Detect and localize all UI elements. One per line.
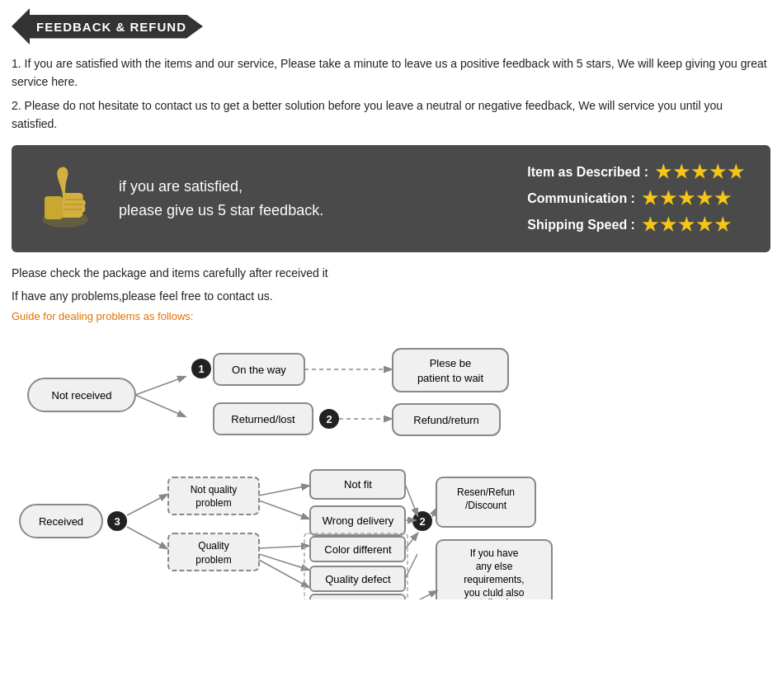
check-text: Please check the package and items caref… [12,264,770,282]
header-title: FEEDBACK & REFUND [30,15,203,39]
feedback-box: if you are satisfied, please give us 5 s… [12,145,770,252]
requirements-label: If you have [470,547,519,559]
wrong-delivery-label: Wrong delivery [323,514,394,527]
not-received-label: Not received [52,389,112,402]
thumbs-up-icon [36,162,94,236]
svg-text:2: 2 [419,515,425,528]
svg-line-26 [259,500,309,519]
feedback-line2: please give us 5 star feedback. [119,199,502,223]
svg-rect-23 [168,477,259,514]
svg-line-22 [127,527,167,548]
svg-line-29 [259,546,309,548]
svg-text:/Discount: /Discount [465,500,507,511]
flow-svg: Not received 1 On the way Plese be patie… [12,336,754,599]
svg-text:any else: any else [476,561,513,572]
please-wait-label2: patient to wait [417,372,484,384]
svg-line-51 [405,591,436,599]
svg-line-25 [259,486,309,496]
please-wait-label: Plese be [430,357,472,369]
not-fit-label: Not fit [344,478,372,491]
rating-row-communication: Communication : ★★★★★ [527,188,746,209]
svg-text:2: 2 [326,413,332,425]
contact-text: If have any problems,please feel free to… [12,287,770,305]
guide-title: Guide for dealing problems as follows: [12,310,770,322]
flow-diagram: Not received 1 On the way Plese be patie… [12,336,770,599]
svg-line-6 [135,377,185,395]
rating-label-described: Item as Described : [527,165,648,180]
rating-label-shipping: Shipping Speed : [527,218,635,233]
svg-line-7 [135,395,185,416]
svg-line-21 [127,495,167,515]
feedback-line1: if you are satisfied, [119,175,502,199]
stars-described: ★★★★★ [655,162,746,183]
quality-defect-label: Quality defect [325,573,391,585]
svg-text:requirements,: requirements, [464,574,524,585]
svg-text:1: 1 [198,363,204,375]
received-label: Received [39,515,83,528]
svg-line-31 [259,560,309,587]
ratings-section: Item as Described : ★★★★★ Communication … [527,162,746,236]
section-header: FEEDBACK & REFUND [12,8,770,45]
not-quality-label: Not quality [191,484,238,496]
svg-line-30 [259,554,309,570]
svg-text:3: 3 [114,515,120,528]
refund-return-label: Refund/return [413,414,479,426]
rating-row-shipping: Shipping Speed : ★★★★★ [527,214,746,236]
quality-problem-label: Quality [198,540,228,552]
not-quality-label2: problem [196,497,231,509]
color-different-label: Color different [324,543,392,556]
stars-shipping: ★★★★★ [642,214,733,236]
on-the-way-label: On the way [232,364,286,376]
resen-refund-label: Resen/Refun [457,486,515,498]
returned-lost-label: Returned/lost [231,413,295,425]
svg-rect-12 [393,349,508,392]
header-triangle [12,8,30,45]
feedback-text-block: if you are satisfied, please give us 5 s… [119,175,502,223]
svg-text:tell us!: tell us! [480,597,509,599]
svg-line-38 [405,484,417,515]
rating-row-described: Item as Described : ★★★★★ [527,162,746,183]
paragraph-2: 2. Please do not hesitate to contact us … [12,96,770,134]
paragraph-1: 1. If you are satisfied with the items a… [12,54,770,92]
svg-rect-1 [45,196,63,219]
quality-problem-label2: problem [196,554,231,566]
rating-label-communication: Communication : [527,191,635,206]
stars-communication: ★★★★★ [642,188,733,209]
svg-rect-50 [310,594,405,599]
